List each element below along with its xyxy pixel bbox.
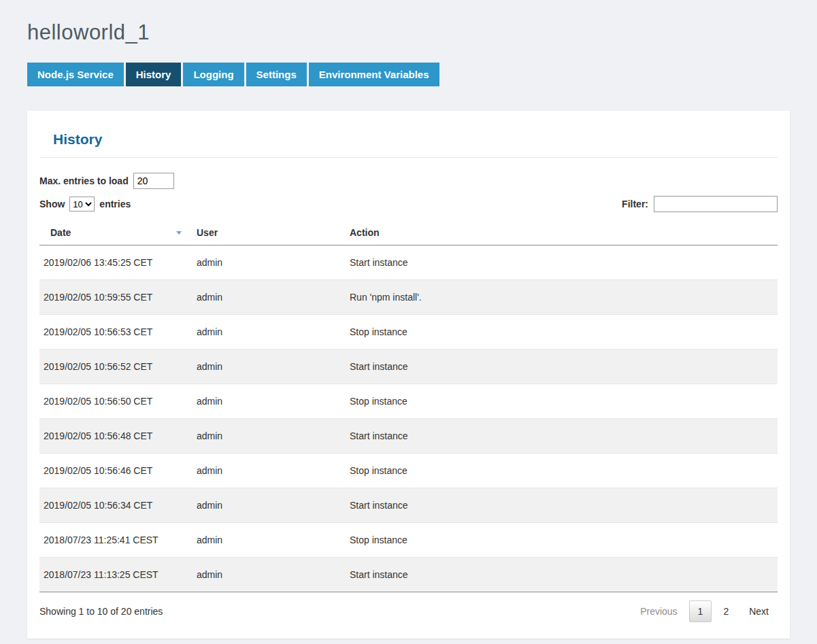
tab-bar: Node.js Service History Logging Settings… (27, 63, 790, 86)
column-header-user[interactable]: User (193, 220, 346, 245)
max-entries-input[interactable] (133, 173, 174, 189)
entries-label: entries (99, 199, 131, 209)
show-label: Show (39, 199, 65, 209)
cell-user: admin (193, 488, 346, 523)
table-row: 2019/02/05 10:56:50 CETadminStop instanc… (39, 384, 778, 419)
column-header-date[interactable]: Date (39, 220, 193, 245)
cell-date: 2019/02/05 10:56:50 CET (39, 384, 193, 419)
length-filter-row: Show 10 entries Filter: (39, 196, 778, 212)
pagination-next-button[interactable]: Next (740, 600, 778, 622)
table-row: 2018/07/23 11:25:41 CESTadminStop instan… (39, 523, 778, 558)
history-panel: History Max. entries to load Show 10 ent… (27, 111, 790, 639)
column-header-action[interactable]: Action (346, 220, 778, 245)
column-header-date-label: Date (50, 227, 71, 238)
cell-date: 2018/07/23 11:25:41 CEST (39, 523, 193, 558)
filter-label: Filter: (622, 199, 648, 209)
page-length-control: Show 10 entries (39, 197, 131, 211)
cell-date: 2019/02/05 10:56:52 CET (39, 350, 193, 384)
history-table-body: 2019/02/06 13:45:25 CETadminStart instan… (39, 245, 778, 592)
table-controls: Max. entries to load Show 10 entries Fil… (39, 173, 778, 212)
cell-user: admin (193, 558, 346, 592)
table-row: 2019/02/05 10:59:55 CETadminRun 'npm ins… (39, 280, 778, 315)
cell-user: admin (193, 419, 346, 454)
table-row: 2019/02/05 10:56:34 CETadminStart instan… (39, 488, 778, 523)
sort-desc-icon (176, 231, 182, 235)
table-row: 2019/02/05 10:56:46 CETadminStop instanc… (39, 454, 778, 488)
entries-summary: Showing 1 to 10 of 20 entries (39, 606, 163, 617)
table-row: 2018/07/23 11:13:25 CESTadminStart insta… (39, 558, 778, 592)
table-row: 2019/02/05 10:56:48 CETadminStart instan… (39, 419, 778, 454)
cell-action: Start instance (346, 558, 778, 592)
cell-date: 2019/02/06 13:45:25 CET (39, 245, 193, 280)
pagination-page-1-button[interactable]: 1 (689, 600, 712, 622)
history-table: Date User Action 2019/02/06 13:45:25 CET… (39, 220, 778, 592)
cell-action: Stop instance (346, 454, 778, 488)
cell-user: admin (193, 523, 346, 558)
cell-action: Stop instance (346, 523, 778, 558)
table-row: 2019/02/05 10:56:53 CETadminStop instanc… (39, 315, 778, 350)
cell-user: admin (193, 245, 346, 280)
cell-action: Stop instance (346, 315, 778, 350)
cell-action: Start instance (346, 488, 778, 523)
cell-date: 2019/02/05 10:56:48 CET (39, 419, 193, 454)
cell-user: admin (193, 350, 346, 384)
cell-action: Start instance (346, 245, 778, 280)
heading-divider (39, 157, 778, 158)
cell-user: admin (193, 315, 346, 350)
tab-logging[interactable]: Logging (183, 63, 244, 86)
pagination-page-2-button[interactable]: 2 (714, 600, 737, 622)
table-row: 2019/02/05 10:56:52 CETadminStart instan… (39, 350, 778, 384)
page-length-select[interactable]: 10 (69, 197, 95, 211)
tab-history[interactable]: History (126, 63, 182, 86)
filter-input[interactable] (654, 196, 778, 212)
tab-environment-variables[interactable]: Environment Variables (309, 63, 439, 86)
pagination: Previous 1 2 Next (629, 600, 778, 622)
panel-heading: History (53, 131, 778, 148)
cell-action: Stop instance (346, 384, 778, 419)
cell-user: admin (193, 384, 346, 419)
cell-action: Start instance (346, 350, 778, 384)
cell-user: admin (193, 280, 346, 315)
page: helloworld_1 Node.js Service History Log… (0, 0, 817, 644)
cell-action: Start instance (346, 419, 778, 454)
filter-control: Filter: (622, 196, 778, 212)
cell-user: admin (193, 454, 346, 488)
cell-date: 2019/02/05 10:59:55 CET (39, 280, 193, 315)
table-footer: Showing 1 to 10 of 20 entries Previous 1… (39, 592, 778, 624)
cell-action: Run 'npm install'. (346, 280, 778, 315)
cell-date: 2019/02/05 10:56:53 CET (39, 315, 193, 350)
tab-settings[interactable]: Settings (246, 63, 307, 86)
cell-date: 2019/02/05 10:56:34 CET (39, 488, 193, 523)
cell-date: 2019/02/05 10:56:46 CET (39, 454, 193, 488)
tab-nodejs-service[interactable]: Node.js Service (27, 63, 124, 86)
max-entries-row: Max. entries to load (39, 173, 778, 189)
max-entries-label: Max. entries to load (39, 175, 129, 186)
table-header: Date User Action (39, 220, 778, 245)
pagination-previous-button[interactable]: Previous (631, 600, 686, 622)
page-title: helloworld_1 (27, 20, 790, 45)
table-row: 2019/02/06 13:45:25 CETadminStart instan… (39, 245, 778, 280)
cell-date: 2018/07/23 11:13:25 CEST (39, 558, 193, 592)
